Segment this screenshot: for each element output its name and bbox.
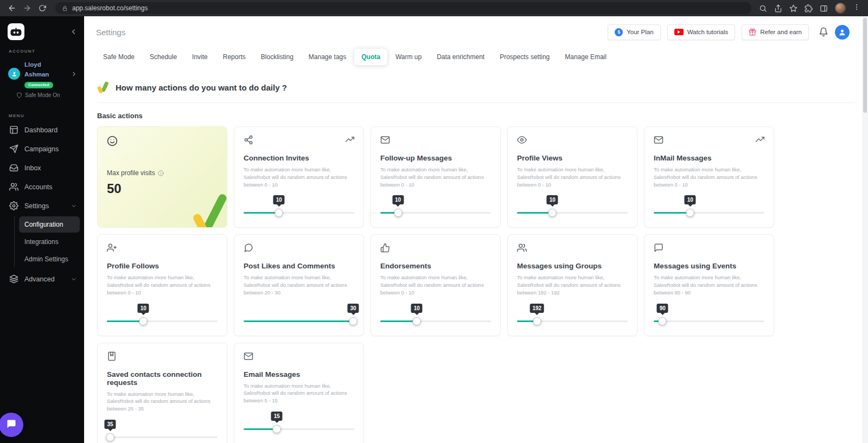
slider-track[interactable]: [107, 436, 218, 438]
tab-prospects-setting[interactable]: Prospects setting: [493, 49, 557, 65]
slider-thumb[interactable]: [139, 317, 148, 325]
mail-icon: [654, 135, 663, 145]
slider-track[interactable]: [517, 212, 628, 214]
linkedin-account-avatar: [8, 68, 20, 80]
tab-reports[interactable]: Reports: [216, 49, 253, 65]
tab-manage-email[interactable]: Manage Email: [558, 49, 614, 65]
info-icon[interactable]: [158, 170, 164, 176]
tab-schedule[interactable]: Schedule: [143, 49, 184, 65]
slider-value-badge: 30: [347, 304, 359, 313]
card-title: Profile Follows: [107, 262, 218, 270]
user-avatar[interactable]: [835, 25, 850, 40]
page-scrollbar[interactable]: [862, 16, 868, 443]
slider-value-badge: 10: [547, 195, 558, 204]
chevron-right-icon[interactable]: [71, 70, 78, 78]
your-plan-button[interactable]: $ Your Plan: [608, 24, 660, 40]
quota-slider[interactable]: 192: [517, 304, 628, 328]
back-button[interactable]: [5, 2, 18, 15]
slider-value-badge: 192: [529, 304, 544, 313]
browser-profile-avatar[interactable]: [835, 3, 846, 14]
tab-quota[interactable]: Quota: [354, 49, 387, 65]
sidebar-item-campaigns[interactable]: Campaigns: [0, 139, 84, 158]
slider-track[interactable]: [107, 320, 218, 322]
bookmark-star-icon[interactable]: [789, 4, 797, 12]
slider-thumb[interactable]: [349, 317, 357, 325]
quota-slider[interactable]: 35: [107, 420, 218, 443]
user-plus-icon: [107, 243, 117, 253]
tab-manage-tags[interactable]: Manage tags: [302, 49, 353, 65]
address-bar[interactable]: app.salesrobot.co/settings: [55, 2, 751, 14]
slider-track[interactable]: [654, 320, 764, 322]
account-switcher[interactable]: Lloyd Ashman Connected: [0, 56, 84, 89]
reload-button[interactable]: [36, 2, 49, 15]
action-quota-card: Post Likes and Comments To make automati…: [234, 234, 364, 336]
sidebar-item-configuration[interactable]: Configuration: [19, 216, 80, 233]
sidebar-item-settings[interactable]: Settings: [0, 196, 84, 215]
notifications-bell-icon[interactable]: [819, 27, 828, 37]
quota-slider[interactable]: 10: [244, 195, 354, 219]
google-ads-graphic: [184, 185, 225, 228]
sidebar-item-inbox[interactable]: Inbox: [0, 158, 84, 177]
slider-track[interactable]: [380, 320, 491, 322]
slider-thumb[interactable]: [413, 317, 421, 325]
collapse-sidebar-icon[interactable]: [69, 28, 78, 36]
slider-thumb[interactable]: [394, 209, 402, 217]
sidebar-item-dashboard[interactable]: Dashboard: [0, 120, 84, 139]
dollar-coin-icon: $: [615, 28, 623, 36]
tab-warm-up[interactable]: Warm up: [388, 49, 429, 65]
chevron-down-icon[interactable]: [71, 276, 77, 283]
send-icon: [9, 144, 18, 153]
slider-thumb[interactable]: [548, 209, 557, 217]
max-profile-visits-card: Max profile visits 50: [97, 126, 227, 228]
card-description: To make automation more human like, Sale…: [107, 274, 217, 296]
slider-thumb[interactable]: [273, 425, 281, 433]
sidebar-item-accounts[interactable]: Accounts: [0, 177, 84, 196]
card-title: Follow-up Messages: [380, 154, 491, 162]
browser-toolbar: app.salesrobot.co/settings: [0, 0, 868, 16]
quota-slider[interactable]: 10: [380, 304, 491, 328]
chevron-down-icon[interactable]: [71, 203, 77, 209]
tab-data-enrichment[interactable]: Data enrichment: [430, 49, 492, 65]
card-description: To make automation more human like, Sale…: [380, 274, 490, 296]
quota-slider[interactable]: 10: [517, 195, 628, 219]
share-page-icon[interactable]: [774, 4, 782, 12]
salesrobot-logo: [8, 23, 24, 40]
card-description: To make automation more human like, Sale…: [517, 274, 627, 296]
action-quota-card: Endorsements To make automation more hum…: [371, 234, 501, 336]
safe-mode-label: Safe Mode On: [25, 92, 60, 98]
slider-track[interactable]: [244, 320, 354, 322]
quota-slider[interactable]: 10: [107, 304, 218, 328]
slider-track[interactable]: [654, 212, 764, 214]
quota-slider[interactable]: 10: [654, 195, 764, 219]
sidebar-item-advanced[interactable]: Advanced: [0, 269, 84, 288]
slider-thumb[interactable]: [659, 317, 667, 325]
chat-widget-button[interactable]: [0, 413, 23, 437]
refer-and-earn-button[interactable]: Refer and earn: [742, 24, 809, 40]
slider-track[interactable]: [244, 212, 354, 214]
slider-track[interactable]: [244, 428, 354, 430]
slider-thumb[interactable]: [686, 209, 694, 217]
watch-tutorials-button[interactable]: Watch tutorials: [667, 24, 736, 40]
quota-slider[interactable]: 10: [380, 195, 491, 219]
quota-slider[interactable]: 90: [654, 304, 764, 328]
slider-thumb[interactable]: [106, 433, 114, 441]
quota-slider[interactable]: 30: [244, 304, 354, 328]
extensions-puzzle-icon[interactable]: [805, 4, 813, 12]
forward-button[interactable]: [21, 2, 34, 15]
zoom-icon[interactable]: [759, 4, 767, 12]
slider-thumb[interactable]: [533, 317, 541, 325]
side-panel-icon[interactable]: [820, 4, 828, 12]
action-quota-card: InMail Messages To make automation more …: [644, 126, 774, 228]
slider-thumb[interactable]: [275, 209, 283, 217]
slider-fill: [244, 428, 277, 430]
tab-invite[interactable]: Invite: [185, 49, 215, 65]
browser-menu-icon[interactable]: [853, 3, 860, 13]
sidebar-item-admin-settings[interactable]: Admin Settings: [19, 251, 80, 267]
tab-blocklisting[interactable]: Blocklisting: [254, 49, 301, 65]
card-description: To make automation more human like, Sale…: [654, 274, 764, 296]
sidebar-item-integrations[interactable]: Integrations: [19, 234, 80, 250]
tab-safe-mode[interactable]: Safe Mode: [96, 49, 142, 65]
settings-submenu: Configuration Integrations Admin Setting…: [14, 216, 80, 267]
quota-slider[interactable]: 15: [244, 412, 354, 435]
scrollbar-thumb[interactable]: [863, 18, 867, 113]
